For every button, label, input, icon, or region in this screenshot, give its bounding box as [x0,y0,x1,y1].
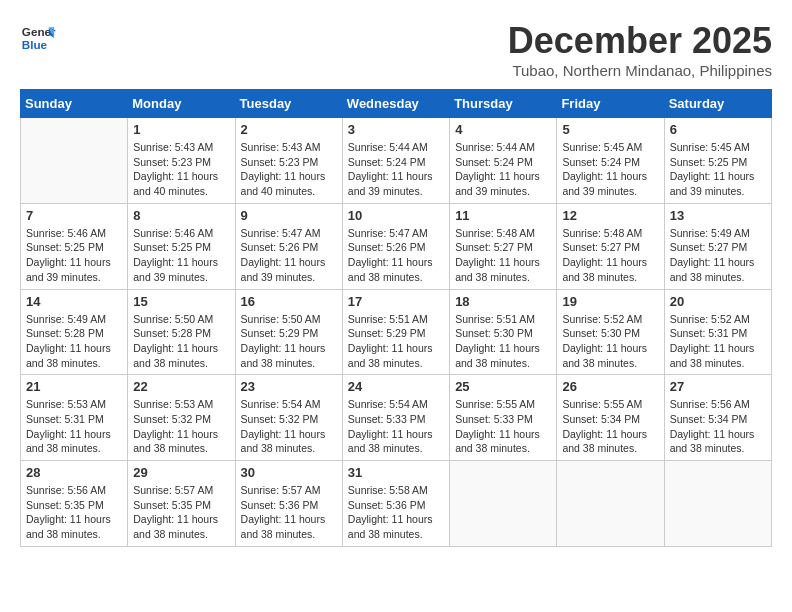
weekday-header-friday: Friday [557,90,664,118]
day-detail: Sunrise: 5:52 AMSunset: 5:31 PMDaylight:… [670,312,766,371]
calendar-cell: 19Sunrise: 5:52 AMSunset: 5:30 PMDayligh… [557,289,664,375]
svg-text:Blue: Blue [22,38,48,51]
calendar-cell: 2Sunrise: 5:43 AMSunset: 5:23 PMDaylight… [235,118,342,204]
calendar-cell: 25Sunrise: 5:55 AMSunset: 5:33 PMDayligh… [450,375,557,461]
calendar-cell: 15Sunrise: 5:50 AMSunset: 5:28 PMDayligh… [128,289,235,375]
day-number: 19 [562,294,658,309]
day-number: 15 [133,294,229,309]
day-detail: Sunrise: 5:44 AMSunset: 5:24 PMDaylight:… [455,140,551,199]
day-detail: Sunrise: 5:50 AMSunset: 5:28 PMDaylight:… [133,312,229,371]
day-detail: Sunrise: 5:52 AMSunset: 5:30 PMDaylight:… [562,312,658,371]
title-block: December 2025 Tubao, Northern Mindanao, … [508,20,772,79]
calendar-cell [21,118,128,204]
day-number: 2 [241,122,337,137]
month-title: December 2025 [508,20,772,62]
calendar-cell: 1Sunrise: 5:43 AMSunset: 5:23 PMDaylight… [128,118,235,204]
location: Tubao, Northern Mindanao, Philippines [508,62,772,79]
weekday-header-saturday: Saturday [664,90,771,118]
day-number: 17 [348,294,444,309]
day-detail: Sunrise: 5:54 AMSunset: 5:33 PMDaylight:… [348,397,444,456]
day-number: 23 [241,379,337,394]
calendar-cell [450,461,557,547]
calendar-week-1: 1Sunrise: 5:43 AMSunset: 5:23 PMDaylight… [21,118,772,204]
day-detail: Sunrise: 5:51 AMSunset: 5:29 PMDaylight:… [348,312,444,371]
day-number: 9 [241,208,337,223]
calendar-cell: 26Sunrise: 5:55 AMSunset: 5:34 PMDayligh… [557,375,664,461]
calendar-cell: 24Sunrise: 5:54 AMSunset: 5:33 PMDayligh… [342,375,449,461]
day-detail: Sunrise: 5:56 AMSunset: 5:35 PMDaylight:… [26,483,122,542]
day-detail: Sunrise: 5:58 AMSunset: 5:36 PMDaylight:… [348,483,444,542]
logo-icon: General Blue [20,20,56,56]
day-detail: Sunrise: 5:50 AMSunset: 5:29 PMDaylight:… [241,312,337,371]
day-detail: Sunrise: 5:45 AMSunset: 5:24 PMDaylight:… [562,140,658,199]
calendar-cell: 8Sunrise: 5:46 AMSunset: 5:25 PMDaylight… [128,203,235,289]
weekday-header-tuesday: Tuesday [235,90,342,118]
day-detail: Sunrise: 5:51 AMSunset: 5:30 PMDaylight:… [455,312,551,371]
day-detail: Sunrise: 5:56 AMSunset: 5:34 PMDaylight:… [670,397,766,456]
day-number: 3 [348,122,444,137]
day-number: 22 [133,379,229,394]
calendar-cell: 11Sunrise: 5:48 AMSunset: 5:27 PMDayligh… [450,203,557,289]
day-number: 5 [562,122,658,137]
day-number: 12 [562,208,658,223]
calendar-week-3: 14Sunrise: 5:49 AMSunset: 5:28 PMDayligh… [21,289,772,375]
day-detail: Sunrise: 5:47 AMSunset: 5:26 PMDaylight:… [241,226,337,285]
day-number: 1 [133,122,229,137]
calendar-cell: 21Sunrise: 5:53 AMSunset: 5:31 PMDayligh… [21,375,128,461]
calendar-week-5: 28Sunrise: 5:56 AMSunset: 5:35 PMDayligh… [21,461,772,547]
day-detail: Sunrise: 5:47 AMSunset: 5:26 PMDaylight:… [348,226,444,285]
day-number: 7 [26,208,122,223]
calendar-cell: 17Sunrise: 5:51 AMSunset: 5:29 PMDayligh… [342,289,449,375]
weekday-header-sunday: Sunday [21,90,128,118]
calendar-cell [557,461,664,547]
calendar-cell: 5Sunrise: 5:45 AMSunset: 5:24 PMDaylight… [557,118,664,204]
calendar-cell: 13Sunrise: 5:49 AMSunset: 5:27 PMDayligh… [664,203,771,289]
day-number: 16 [241,294,337,309]
calendar-cell: 6Sunrise: 5:45 AMSunset: 5:25 PMDaylight… [664,118,771,204]
day-detail: Sunrise: 5:44 AMSunset: 5:24 PMDaylight:… [348,140,444,199]
calendar-cell [664,461,771,547]
day-number: 8 [133,208,229,223]
day-number: 26 [562,379,658,394]
day-detail: Sunrise: 5:49 AMSunset: 5:27 PMDaylight:… [670,226,766,285]
weekday-header-row: SundayMondayTuesdayWednesdayThursdayFrid… [21,90,772,118]
weekday-header-thursday: Thursday [450,90,557,118]
day-detail: Sunrise: 5:54 AMSunset: 5:32 PMDaylight:… [241,397,337,456]
day-number: 4 [455,122,551,137]
day-number: 25 [455,379,551,394]
day-number: 14 [26,294,122,309]
calendar-cell: 31Sunrise: 5:58 AMSunset: 5:36 PMDayligh… [342,461,449,547]
day-number: 31 [348,465,444,480]
calendar-cell: 29Sunrise: 5:57 AMSunset: 5:35 PMDayligh… [128,461,235,547]
day-detail: Sunrise: 5:43 AMSunset: 5:23 PMDaylight:… [241,140,337,199]
day-detail: Sunrise: 5:49 AMSunset: 5:28 PMDaylight:… [26,312,122,371]
day-number: 18 [455,294,551,309]
day-number: 11 [455,208,551,223]
day-detail: Sunrise: 5:46 AMSunset: 5:25 PMDaylight:… [26,226,122,285]
day-number: 30 [241,465,337,480]
day-number: 21 [26,379,122,394]
calendar-cell: 27Sunrise: 5:56 AMSunset: 5:34 PMDayligh… [664,375,771,461]
day-number: 10 [348,208,444,223]
day-number: 28 [26,465,122,480]
calendar-cell: 18Sunrise: 5:51 AMSunset: 5:30 PMDayligh… [450,289,557,375]
calendar-cell: 22Sunrise: 5:53 AMSunset: 5:32 PMDayligh… [128,375,235,461]
day-number: 29 [133,465,229,480]
day-detail: Sunrise: 5:57 AMSunset: 5:35 PMDaylight:… [133,483,229,542]
day-detail: Sunrise: 5:55 AMSunset: 5:33 PMDaylight:… [455,397,551,456]
day-number: 24 [348,379,444,394]
calendar-week-2: 7Sunrise: 5:46 AMSunset: 5:25 PMDaylight… [21,203,772,289]
day-detail: Sunrise: 5:55 AMSunset: 5:34 PMDaylight:… [562,397,658,456]
day-number: 6 [670,122,766,137]
day-detail: Sunrise: 5:53 AMSunset: 5:31 PMDaylight:… [26,397,122,456]
calendar-cell: 10Sunrise: 5:47 AMSunset: 5:26 PMDayligh… [342,203,449,289]
day-detail: Sunrise: 5:48 AMSunset: 5:27 PMDaylight:… [562,226,658,285]
calendar-table: SundayMondayTuesdayWednesdayThursdayFrid… [20,89,772,547]
calendar-cell: 4Sunrise: 5:44 AMSunset: 5:24 PMDaylight… [450,118,557,204]
day-detail: Sunrise: 5:43 AMSunset: 5:23 PMDaylight:… [133,140,229,199]
day-number: 20 [670,294,766,309]
calendar-cell: 3Sunrise: 5:44 AMSunset: 5:24 PMDaylight… [342,118,449,204]
day-number: 13 [670,208,766,223]
calendar-cell: 12Sunrise: 5:48 AMSunset: 5:27 PMDayligh… [557,203,664,289]
calendar-cell: 28Sunrise: 5:56 AMSunset: 5:35 PMDayligh… [21,461,128,547]
